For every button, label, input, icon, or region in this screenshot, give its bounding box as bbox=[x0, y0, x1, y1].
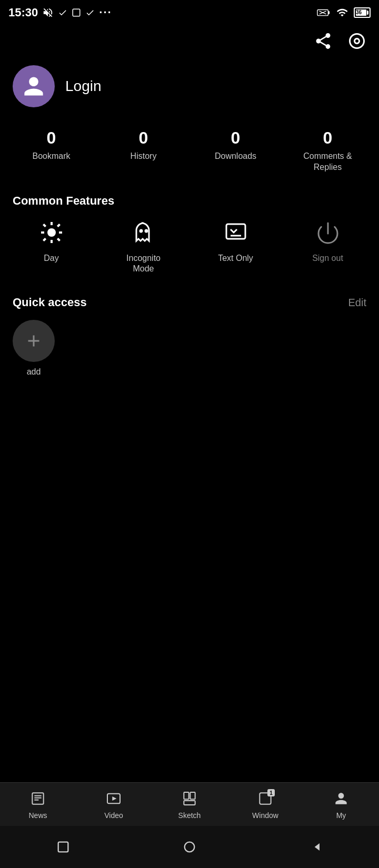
power-icon bbox=[315, 220, 341, 245]
user-icon bbox=[22, 75, 45, 98]
svg-rect-19 bbox=[32, 793, 43, 804]
news-nav-label: News bbox=[28, 811, 47, 820]
feature-sign-out[interactable]: Sign out bbox=[282, 218, 374, 275]
history-count: 0 bbox=[139, 128, 148, 148]
share-icon bbox=[314, 32, 333, 51]
login-label[interactable]: Login bbox=[65, 78, 102, 95]
ghost-icon bbox=[131, 220, 156, 245]
window-icon-container: 1 bbox=[256, 789, 275, 808]
quick-access-content: add bbox=[0, 320, 379, 377]
video-icon bbox=[105, 790, 122, 807]
square-status-icon bbox=[72, 8, 81, 17]
svg-line-11 bbox=[57, 238, 59, 240]
nav-window[interactable]: 1 Window bbox=[227, 789, 303, 820]
profile-section[interactable]: Login bbox=[0, 57, 379, 123]
window-badge: 1 bbox=[267, 789, 275, 796]
check2-icon bbox=[85, 8, 95, 17]
dots-icon: ··· bbox=[99, 6, 112, 19]
comments-count: 0 bbox=[323, 128, 333, 148]
svg-rect-2 bbox=[328, 11, 330, 14]
sun-icon bbox=[39, 220, 64, 245]
comments-label: Comments &Replies bbox=[303, 151, 352, 173]
nav-news[interactable]: News bbox=[0, 789, 76, 820]
feature-day[interactable]: Day bbox=[5, 218, 97, 275]
quick-access-header: Quick access Edit bbox=[0, 290, 379, 320]
circle-nav-icon bbox=[182, 840, 197, 854]
news-icon-container bbox=[28, 789, 47, 808]
feature-incognito[interactable]: IncognitoMode bbox=[97, 218, 190, 275]
svg-marker-24 bbox=[112, 796, 116, 801]
settings-button[interactable] bbox=[345, 29, 368, 53]
features-grid: Day IncognitoMode Text Only bbox=[0, 218, 379, 291]
bookmark-label: Bookmark bbox=[32, 151, 70, 162]
share-button[interactable] bbox=[312, 29, 335, 53]
video-nav-label: Video bbox=[104, 811, 123, 820]
history-label: History bbox=[131, 151, 157, 162]
svg-rect-27 bbox=[184, 801, 195, 805]
status-left: 15:30 ··· bbox=[8, 6, 112, 19]
stats-row: 0 Bookmark 0 History 0 Downloads 0 Comme… bbox=[0, 123, 379, 189]
stat-bookmark[interactable]: 0 Bookmark bbox=[5, 128, 97, 173]
svg-rect-26 bbox=[190, 792, 195, 799]
downloads-label: Downloads bbox=[215, 151, 256, 162]
triangle-nav-icon bbox=[308, 840, 323, 854]
video-icon-container bbox=[104, 789, 123, 808]
back-nav-button[interactable] bbox=[306, 837, 325, 856]
stat-history[interactable]: 0 History bbox=[97, 128, 190, 173]
downloads-count: 0 bbox=[231, 128, 241, 148]
svg-line-10 bbox=[43, 224, 45, 226]
sun-icon-container bbox=[37, 218, 66, 247]
battery-level: 36 bbox=[356, 9, 362, 15]
plus-icon bbox=[24, 331, 43, 350]
svg-point-5 bbox=[47, 228, 56, 237]
svg-rect-29 bbox=[58, 842, 68, 852]
svg-rect-0 bbox=[73, 9, 81, 16]
home-nav-button[interactable] bbox=[180, 837, 199, 856]
svg-line-13 bbox=[43, 238, 45, 240]
sketch-icon bbox=[181, 790, 198, 807]
battery-x-icon bbox=[317, 8, 331, 17]
check-icon bbox=[58, 8, 67, 17]
sketch-icon-container bbox=[180, 789, 199, 808]
status-right: 36 bbox=[317, 7, 371, 18]
stat-downloads[interactable]: 0 Downloads bbox=[190, 128, 282, 173]
stat-comments[interactable]: 0 Comments &Replies bbox=[282, 128, 374, 173]
sketch-nav-label: Sketch bbox=[178, 811, 201, 820]
square-nav-button[interactable] bbox=[54, 837, 73, 856]
common-features-title: Common Features bbox=[0, 189, 379, 218]
square-nav-icon bbox=[56, 840, 71, 854]
edit-button[interactable]: Edit bbox=[348, 297, 366, 309]
svg-marker-31 bbox=[315, 843, 320, 851]
news-icon bbox=[29, 790, 46, 807]
nav-video[interactable]: Video bbox=[76, 789, 152, 820]
image-text-icon bbox=[223, 220, 248, 245]
time-display: 15:30 bbox=[8, 6, 38, 19]
bottom-nav: News Video Sketch 1 Window bbox=[0, 782, 379, 826]
svg-line-12 bbox=[57, 224, 59, 226]
day-label: Day bbox=[44, 253, 58, 264]
top-actions bbox=[0, 25, 379, 57]
ghost-icon-container bbox=[129, 218, 158, 247]
nav-my[interactable]: My bbox=[303, 789, 379, 820]
text-only-label: Text Only bbox=[218, 253, 253, 264]
mute-icon bbox=[42, 7, 54, 18]
quick-access-title: Quick access bbox=[13, 296, 87, 309]
svg-rect-25 bbox=[184, 792, 188, 799]
feature-text-only[interactable]: Text Only bbox=[190, 218, 282, 275]
my-icon-container bbox=[332, 789, 351, 808]
incognito-label: IncognitoMode bbox=[126, 253, 161, 275]
svg-point-30 bbox=[185, 842, 195, 852]
svg-point-15 bbox=[145, 230, 147, 232]
battery-indicator: 36 bbox=[354, 7, 371, 18]
add-label: add bbox=[13, 367, 55, 377]
wifi-icon bbox=[335, 7, 350, 18]
avatar[interactable] bbox=[13, 65, 55, 107]
my-nav-label: My bbox=[336, 811, 346, 820]
settings-icon bbox=[347, 32, 366, 51]
svg-point-14 bbox=[140, 230, 142, 232]
status-bar: 15:30 ··· 36 bbox=[0, 0, 379, 25]
system-nav bbox=[0, 826, 379, 868]
my-icon bbox=[333, 790, 350, 807]
add-quick-access-button[interactable] bbox=[13, 320, 55, 362]
nav-sketch[interactable]: Sketch bbox=[152, 789, 227, 820]
